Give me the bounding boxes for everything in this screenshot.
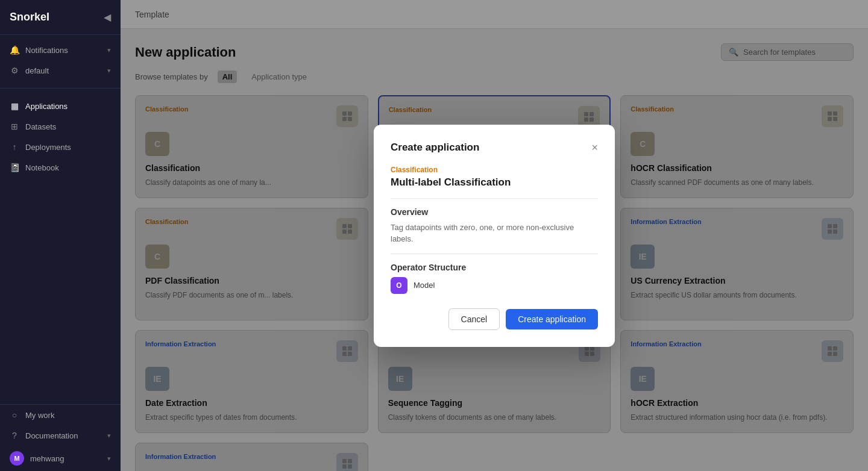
modal-body: Classification Multi-label Classificatio… [391,166,598,294]
modal-divider-1 [391,198,598,199]
notebook-icon: 📓 [10,163,19,172]
username-label: mehwang [30,454,64,463]
modal-overview-title: Overview [391,207,598,217]
sidebar-datasets-label: Datasets [25,122,56,131]
sidebar-item-notifications[interactable]: 🔔 Notifications ▾ [0,40,121,60]
applications-icon: ▦ [10,101,19,111]
sidebar-item-default[interactable]: ⚙ default ▾ [0,60,121,81]
modal-close-button[interactable]: × [591,142,598,153]
sidebar-item-datasets[interactable]: ⊞ Datasets [0,116,121,137]
modal-operator-title: Operator Structure [391,263,598,272]
create-application-button[interactable]: Create application [506,309,598,329]
sidebar-nav-section: ▦ Applications ⊞ Datasets ↑ Deployments … [0,91,121,182]
datasets-icon: ⊞ [10,122,19,131]
sidebar-notebook-label: Notebook [25,163,59,172]
bell-icon: 🔔 [10,45,19,55]
modal-app-title: Multi-label Classification [391,176,598,189]
sidebar-bottom: ○ My work ? Documentation ▾ M mehwang ▾ [0,404,121,471]
collapse-button[interactable]: ◀ [104,11,111,23]
sidebar-notifications-label: Notifications [25,46,68,55]
modal-dialog: Create application × Classification Mult… [374,125,615,347]
sidebar-documentation-label: Documentation [25,431,78,440]
sidebar-default-label: default [25,66,49,75]
sidebar-top-section: 🔔 Notifications ▾ ⚙ default ▾ [0,35,121,86]
sidebar-item-user[interactable]: M mehwang ▾ [0,446,121,471]
modal-title: Create application [391,142,479,154]
sidebar-item-deployments[interactable]: ↑ Deployments [0,137,121,157]
operator-name: Model [414,281,435,290]
sidebar-divider-1 [0,88,121,89]
user-chevron-icon: ▾ [107,455,111,463]
notifications-chevron-icon: ▾ [107,46,111,54]
modal-footer: Cancel Create application [391,308,598,330]
sidebar-my-work-label: My work [25,411,54,420]
sidebar-logo-area: SnorkeI ◀ [0,0,121,35]
sidebar-item-notebook[interactable]: 📓 Notebook [0,157,121,178]
operator-badge: O [391,277,407,294]
gear-icon: ⚙ [10,66,19,75]
sidebar-item-documentation[interactable]: ? Documentation ▾ [0,425,121,446]
sidebar: SnorkeI ◀ 🔔 Notifications ▾ ⚙ default ▾ … [0,0,121,471]
app-logo: SnorkeI [10,11,49,23]
deployments-icon: ↑ [10,142,19,152]
sidebar-deployments-label: Deployments [25,143,71,152]
modal-category: Classification [391,166,598,174]
documentation-chevron-icon: ▾ [107,432,111,440]
avatar: M [10,451,24,466]
documentation-icon: ? [10,431,19,440]
modal-header: Create application × [391,142,598,154]
modal-divider-2 [391,254,598,254]
operator-item: O Model [391,277,598,294]
modal-overview-desc: Tag datapoints with zero, one, or more n… [391,222,598,245]
sidebar-item-my-work[interactable]: ○ My work [0,405,121,425]
default-chevron-icon: ▾ [107,67,111,75]
main-content: Template New application 🔍 Browse templa… [121,0,868,471]
my-work-icon: ○ [10,410,19,420]
cancel-button[interactable]: Cancel [448,308,500,330]
modal-overlay: Create application × Classification Mult… [121,0,868,471]
sidebar-applications-label: Applications [25,102,68,111]
sidebar-item-applications[interactable]: ▦ Applications [0,96,121,116]
